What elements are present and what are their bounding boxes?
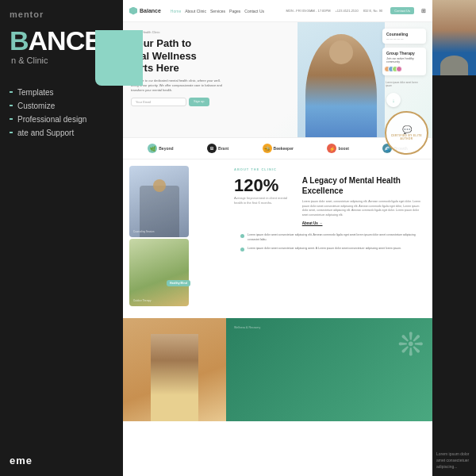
bullet-item-2: Lorem ipsum dolor amet consectetuer adip…	[234, 247, 424, 251]
outdoor-person	[151, 334, 198, 421]
elite-badge: 💬 CERTIFIED BY ELITEAUTHOR	[385, 111, 428, 155]
about-img-counseling: Counseling Session	[129, 166, 189, 237]
top-right-person	[432, 0, 476, 75]
nav-home[interactable]: Home	[171, 9, 181, 13]
avatar-4	[396, 66, 402, 72]
address: 832 E, No. 90	[363, 9, 382, 13]
community-text: Join our active healthy community	[386, 57, 422, 63]
elite-badge-circle: 💬 CERTIFIED BY ELITEAUTHOR	[385, 111, 428, 155]
about-text: Lorem ipsum dolor amet, consectetuer adi…	[302, 200, 424, 217]
hero-title: Your Path to ntal Wellness tarts Here	[131, 37, 218, 75]
bullet-list: Lorem ipsum dolor amet consectetuer adip…	[234, 233, 424, 251]
builder-logo: mentor	[10, 10, 123, 19]
logo-hex-icon	[129, 7, 137, 15]
snowflake-icon: ❊	[397, 326, 424, 363]
person-shoulders	[440, 56, 468, 75]
email-input[interactable]: Your Email	[131, 98, 186, 106]
right-bottom-text: Lorem ipsum dolor amet consectetuer adip…	[436, 451, 472, 470]
right-bottom-panel: Lorem ipsum dolor amet consectetuer adip…	[432, 444, 476, 476]
lorem-sidebar: Lorem ipsum dolor amet lorem ipsum	[382, 79, 426, 89]
badge-chat-icon: 💬	[391, 125, 422, 134]
about-images: Counseling Session Healthy Mind Outdoor …	[123, 159, 226, 318]
nav-contact[interactable]: Contact Us	[244, 9, 264, 13]
person-silhouette	[305, 34, 377, 137]
nav-cta-button[interactable]: Contact Us	[390, 7, 414, 14]
nav-about[interactable]: About Clinic	[185, 9, 206, 13]
right-panel: supp eddb olur Lorem ipsum dolor amet co…	[432, 0, 476, 476]
nav-services[interactable]: Services	[210, 9, 225, 13]
about-img-outdoor: Outdoor Therapy	[129, 239, 189, 306]
group-therapy-card: Group Therapy Join our active healthy co…	[382, 48, 426, 75]
bullet-text-2: Lorem ipsum dolor amet consectetuer adip…	[248, 247, 401, 251]
img-caption-1: Counseling Session	[133, 230, 155, 233]
bullet-dot-1	[240, 234, 244, 238]
bottom-img-left	[123, 318, 226, 421]
website-mockup: Balance Home About Clinic Services Pages…	[123, 0, 432, 476]
about-heading: A Legacy of Mental Health Excellence	[302, 175, 424, 196]
feature-1: Templates	[10, 86, 123, 99]
counseling-card: Counseling — — — — —	[382, 29, 426, 44]
phone: +123 4521-2510	[335, 9, 358, 13]
badge-text: CERTIFIED BY ELITEAUTHOR	[391, 134, 422, 140]
outdoor-girl-img	[123, 318, 226, 421]
bullet-text-1: Lorem ipsum dolor amet consectetuer adip…	[248, 233, 418, 242]
bottom-images: ❊ Wellness & Recovery	[123, 318, 432, 421]
features-list: Templates Customize Professional design …	[10, 86, 123, 140]
about-link[interactable]: About Us →	[302, 221, 424, 225]
top-right-image	[432, 0, 476, 75]
hours: MON - FRI 09:00AM - 17:00PM	[286, 9, 330, 13]
brand-brant: B Brant	[207, 144, 228, 153]
menu-grid-icon[interactable]: ⊞	[421, 8, 426, 14]
outdoor-photo	[129, 239, 189, 306]
stat-block: 120% Average Improvement in client menta…	[234, 175, 424, 225]
counseling-photo	[129, 166, 189, 237]
contact-info: MON - FRI 09:00AM - 17:00PM +123 4521-25…	[286, 9, 382, 13]
stat-description: Average Improvement in client mental hea…	[234, 196, 296, 205]
hero-description: Welcome to our dedicated mental health c…	[131, 79, 226, 93]
feature-3: Professional design	[10, 113, 123, 126]
left-sidebar: mentor BANCE n & Clinic Templates Custom…	[0, 0, 123, 476]
brand-beyond: 🌿 Beyond	[148, 144, 173, 153]
feature-2: Customize	[10, 99, 123, 113]
about-content: About the Clinic 120% Average Improvemen…	[226, 159, 432, 318]
brant-icon: B	[207, 144, 217, 153]
site-logo: Balance	[129, 7, 161, 15]
website-nav[interactable]: Balance Home About Clinic Services Pages…	[123, 0, 432, 22]
theme-label: eme	[10, 455, 123, 466]
stat-number: 120%	[234, 175, 296, 196]
bottom-img-right: ❊ Wellness & Recovery	[226, 318, 432, 421]
brand-beekeeper: 🐝 Beekeeper	[263, 144, 294, 153]
logo-text: Balance	[140, 8, 161, 13]
scroll-button[interactable]: ↓	[386, 93, 401, 107]
brand-boost: ⚡ boost	[327, 144, 349, 153]
nav-links[interactable]: Home About Clinic Services Pages Contact…	[171, 9, 264, 13]
healthy-badge: Healthy Mind	[167, 280, 190, 286]
hero-sidebar-cards: Counseling — — — — — Group Therapy Join …	[382, 29, 426, 107]
hero-person-image	[298, 22, 385, 137]
signup-button[interactable]: Sign up	[189, 98, 209, 106]
counseling-title: Counseling	[386, 32, 422, 36]
about-label: About the Clinic	[234, 167, 424, 171]
bullet-dot-2	[240, 248, 244, 251]
about-section: Counseling Session Healthy Mind Outdoor …	[123, 159, 432, 318]
beekeeper-icon: 🐝	[263, 144, 272, 153]
avatar-group	[386, 66, 422, 72]
bullet-item-1: Lorem ipsum dolor amet consectetuer adip…	[234, 233, 424, 242]
brand-b-letter: B	[10, 25, 29, 56]
website-preview: Balance Home About Clinic Services Pages…	[123, 0, 432, 476]
nav-pages[interactable]: Pages	[229, 9, 240, 13]
beyond-icon: 🌿	[148, 144, 157, 153]
feature-4: ate and Support	[10, 126, 123, 140]
group-therapy-title: Group Therapy	[386, 51, 422, 56]
boost-icon: ⚡	[327, 144, 336, 153]
img-caption-2: Outdoor Therapy	[133, 299, 152, 302]
